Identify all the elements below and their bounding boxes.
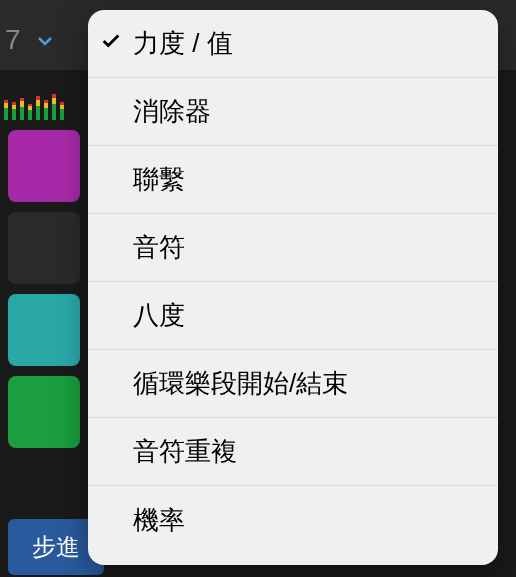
menu-item-label: 循環樂段開始/結束 (133, 366, 348, 401)
meter-bar (20, 98, 24, 120)
meter-bar (52, 94, 56, 120)
menu-item-loop[interactable]: 循環樂段開始/結束 (88, 350, 498, 418)
menu-item-link[interactable]: 聯繫 (88, 146, 498, 214)
menu-item-eraser[interactable]: 消除器 (88, 78, 498, 146)
meter-bar (4, 100, 8, 120)
header-value: 7 (5, 24, 21, 56)
meter-bar (44, 100, 48, 120)
menu-item-octave[interactable]: 八度 (88, 282, 498, 350)
menu-item-label: 消除器 (133, 94, 211, 129)
menu-item-label: 力度 / 值 (133, 26, 233, 61)
pad-cell[interactable] (8, 130, 80, 202)
meter-bar (28, 104, 32, 120)
pad-cell[interactable] (8, 376, 80, 448)
pad-cell[interactable] (8, 212, 80, 284)
menu-item-velocity[interactable]: 力度 / 值 (88, 10, 498, 78)
meter-bar (60, 102, 64, 120)
menu-item-probability[interactable]: 機率 (88, 486, 498, 554)
menu-item-note-repeat[interactable]: 音符重複 (88, 418, 498, 486)
menu-item-label: 機率 (133, 503, 185, 538)
menu-item-label: 聯繫 (133, 162, 185, 197)
pad-cell[interactable] (8, 294, 80, 366)
chevron-down-icon[interactable] (33, 29, 57, 57)
edit-mode-menu: 力度 / 值 消除器 聯繫 音符 八度 循環樂段開始/結束 音符重複 機率 (88, 10, 498, 565)
meter-bar (12, 102, 16, 120)
menu-item-note[interactable]: 音符 (88, 214, 498, 282)
menu-item-label: 音符重複 (133, 434, 237, 469)
checkmark-icon (100, 28, 122, 59)
meter-bar (36, 96, 40, 120)
menu-item-label: 音符 (133, 230, 185, 265)
menu-item-label: 八度 (133, 298, 185, 333)
